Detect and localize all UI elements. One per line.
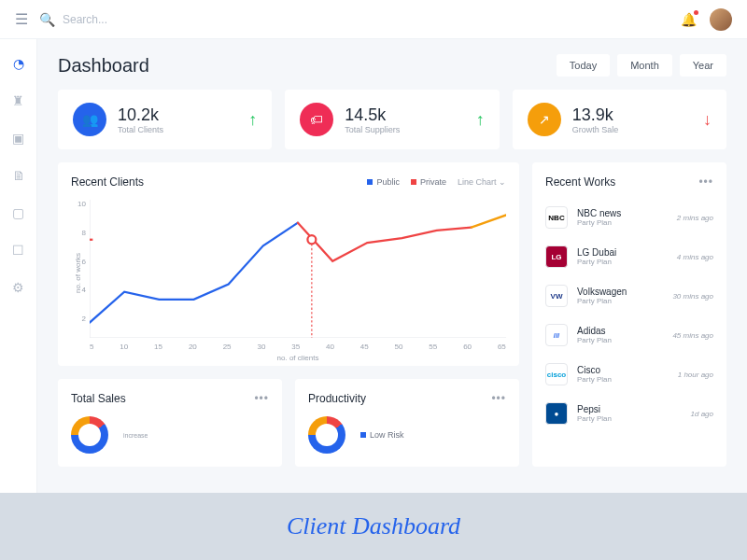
work-logo: VW <box>545 285 568 307</box>
more-icon[interactable]: ••• <box>254 392 269 405</box>
line-chart: no. of works 108642 51015202530354045505… <box>90 200 506 338</box>
work-logo: LG <box>545 245 568 268</box>
footer: Client Dashboard <box>0 493 747 560</box>
work-time: 1d ago <box>691 410 713 418</box>
work-item[interactable]: ///AdidasParty Plan45 mins ago <box>545 317 713 353</box>
arrow-down-icon: ↓ <box>703 110 712 130</box>
work-logo: /// <box>545 324 568 346</box>
clients-icon: 👥 <box>73 103 106 136</box>
legend-lowrisk: Low Risk <box>360 430 404 440</box>
work-sub: Party Plan <box>577 218 668 227</box>
stat-card-suppliers[interactable]: 🏷 14.5k Total Suppliers ↑ <box>285 90 499 149</box>
card-title: Recent Works <box>545 175 615 189</box>
search-wrap: 🔍 <box>39 12 681 27</box>
footer-title: Client Dashboard <box>287 512 460 540</box>
work-item[interactable]: LGLG DubaiParty Plan4 mins ago <box>545 239 713 274</box>
sidebar: ◔ ♜ ▣ 🗎 ▢ ☐ ⚙ <box>0 39 37 560</box>
work-time: 2 mins ago <box>677 214 713 222</box>
work-sub: Party Plan <box>577 258 668 266</box>
arrow-up-icon: ↑ <box>248 110 257 130</box>
svg-point-4 <box>307 235 316 244</box>
bell-icon[interactable]: 🔔 <box>681 12 697 27</box>
work-time: 30 mins ago <box>672 292 713 301</box>
stat-value: 10.2k <box>118 105 237 125</box>
work-item[interactable]: ciscoCiscoParty Plan1 hour ago <box>545 357 713 392</box>
time-btn-year[interactable]: Year <box>680 54 726 77</box>
recent-clients-card: Recent Clients Public Private Line Chart… <box>58 162 519 366</box>
sidebar-item-dashboard[interactable]: ◔ <box>13 56 24 71</box>
work-name: Volkswagen <box>577 287 663 297</box>
total-sales-card: Total Sales ••• increase <box>58 379 282 467</box>
work-time: 4 mins ago <box>677 253 713 261</box>
work-sub: Party Plan <box>577 297 663 305</box>
stat-card-growth[interactable]: ↗ 13.9k Growth Sale ↓ <box>513 90 726 149</box>
sidebar-item-files[interactable]: 🗎 <box>12 168 25 183</box>
x-axis-label: no. of clients <box>277 354 319 362</box>
sidebar-item-clients[interactable]: ♜ <box>12 93 24 108</box>
work-name: Cisco <box>577 365 669 375</box>
work-sub: Party Plan <box>577 414 682 423</box>
more-icon[interactable]: ••• <box>491 392 506 405</box>
work-name: Adidas <box>577 326 663 336</box>
more-icon[interactable]: ••• <box>698 175 713 189</box>
sidebar-item-settings[interactable]: ⚙ <box>12 280 24 295</box>
suppliers-icon: 🏷 <box>300 103 333 136</box>
sales-donut <box>71 416 108 454</box>
work-time: 1 hour ago <box>678 371 713 379</box>
card-title: Total Sales <box>71 392 126 405</box>
work-item[interactable]: NBCNBC newsParty Plan2 mins ago <box>545 200 713 235</box>
time-btn-today[interactable]: Today <box>557 54 610 77</box>
productivity-card: Productivity ••• Low Risk <box>295 379 519 467</box>
stat-value: 13.9k <box>572 105 692 125</box>
growth-icon: ↗ <box>528 103 561 136</box>
search-icon: 🔍 <box>39 12 55 27</box>
stat-card-clients[interactable]: 👥 10.2k Total Clients ↑ <box>58 90 272 149</box>
work-logo: cisco <box>545 363 568 385</box>
avatar[interactable] <box>710 8 732 31</box>
sidebar-item-calendar[interactable]: ▢ <box>12 205 24 220</box>
work-name: Pepsi <box>577 404 682 414</box>
work-logo: ● <box>545 402 568 425</box>
work-sub: Party Plan <box>577 375 669 384</box>
work-sub: Party Plan <box>577 336 663 344</box>
time-filters: Today Month Year <box>557 54 726 77</box>
card-title: Recent Clients <box>71 175 144 189</box>
card-title: Productivity <box>308 392 366 405</box>
work-item[interactable]: VWVolkswagenParty Plan30 mins ago <box>545 278 713 314</box>
sidebar-item-reports[interactable]: ▣ <box>12 131 24 146</box>
recent-works-card: Recent Works ••• NBCNBC newsParty Plan2 … <box>532 162 726 467</box>
legend-private: Private <box>411 177 446 187</box>
search-input[interactable] <box>63 13 249 26</box>
work-name: NBC news <box>577 208 668 218</box>
work-item[interactable]: ●PepsiParty Plan1d ago <box>545 396 713 431</box>
stat-value: 14.5k <box>345 105 464 125</box>
productivity-donut <box>308 416 345 454</box>
arrow-up-icon: ↑ <box>476 110 485 130</box>
menu-toggle-icon[interactable]: ☰ <box>15 10 28 28</box>
page-title: Dashboard <box>58 55 149 77</box>
work-logo: NBC <box>545 206 568 229</box>
sidebar-item-users[interactable]: ☐ <box>12 243 24 258</box>
work-time: 45 mins ago <box>672 331 713 340</box>
legend-public: Public <box>367 177 400 187</box>
work-name: LG Dubai <box>577 247 668 258</box>
stat-label: Growth Sale <box>572 125 692 134</box>
sales-sublabel: increase <box>123 432 148 439</box>
stat-label: Total Suppliers <box>345 125 464 134</box>
stat-label: Total Clients <box>118 125 237 134</box>
time-btn-month[interactable]: Month <box>617 54 672 77</box>
chart-type-select[interactable]: Line Chart ⌄ <box>458 177 506 187</box>
